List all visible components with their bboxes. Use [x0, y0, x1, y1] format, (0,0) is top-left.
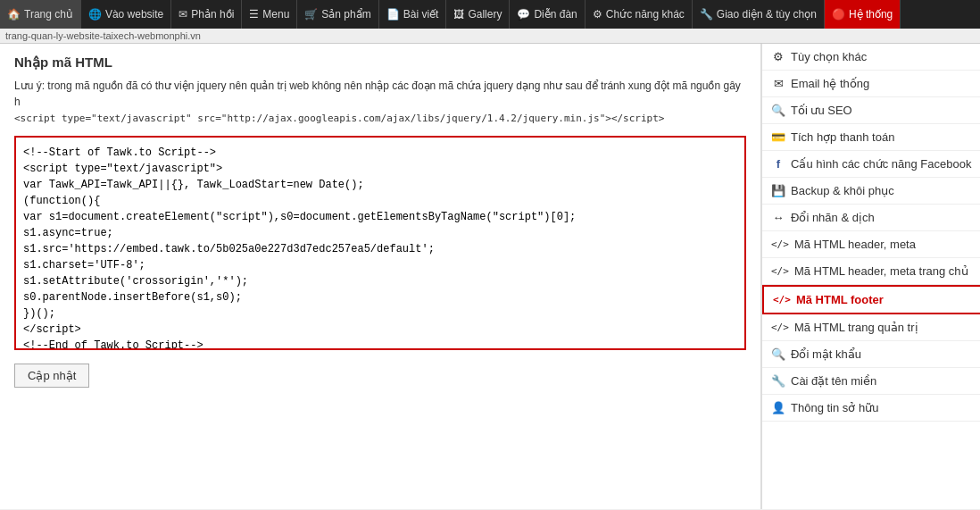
facebook-icon: f — [771, 157, 785, 171]
sidebar-item-company-info[interactable]: 👤 Thông tin sở hữu — [762, 395, 980, 422]
nav-gallery[interactable]: 🖼 Gallery — [446, 0, 510, 29]
home-icon: 🏠 — [7, 8, 21, 21]
sidebar-item-domain[interactable]: 🔧 Cài đặt tên miền — [762, 368, 980, 395]
sidebar: ⚙ Tùy chọn khác ✉ Email hệ thống 🔍 Tối ư… — [761, 44, 980, 509]
globe-icon: 🌐 — [88, 8, 102, 21]
sidebar-label-translate: Đổi nhãn & dịch — [791, 211, 875, 224]
html-admin-icon: </> — [771, 322, 789, 333]
email-icon: ✉ — [771, 77, 785, 90]
sidebar-item-translate[interactable]: ↔ Đổi nhãn & dịch — [762, 205, 980, 231]
html-code-editor[interactable]: <!--Start of Tawk.to Script--> <script t… — [14, 136, 746, 350]
translate-icon: ↔ — [771, 211, 785, 224]
nav-features-label: Chức năng khác — [606, 8, 685, 21]
article-icon: 📄 — [386, 8, 400, 21]
html-header-icon: </> — [771, 238, 789, 250]
nav-menu[interactable]: ☰ Menu — [242, 0, 297, 29]
content-area: Nhập mã HTML Lưu ý: trong mã nguồn đã có… — [0, 44, 761, 509]
sidebar-item-email-system[interactable]: ✉ Email hệ thống — [762, 71, 980, 97]
nav-products-label: Sản phẩm — [321, 8, 370, 21]
sidebar-label-html-footer: Mã HTML footer — [796, 293, 884, 306]
note-code: <script type="text/javascript" src="http… — [14, 113, 664, 124]
nav-home[interactable]: 🏠 Trang chủ — [0, 0, 81, 29]
system-icon: 🔴 — [832, 8, 845, 21]
design-icon: 🔧 — [700, 8, 713, 21]
nav-website-label: Vào website — [105, 8, 163, 21]
nav-forum[interactable]: 💬 Diễn đàn — [510, 0, 585, 29]
nav-articles[interactable]: 📄 Bài viết — [379, 0, 447, 29]
sidebar-item-html-header-home[interactable]: </> Mã HTML header, meta trang chủ — [762, 258, 980, 285]
forum-icon: 💬 — [517, 8, 530, 21]
nav-menu-label: Menu — [262, 8, 289, 21]
update-button[interactable]: Cập nhật — [14, 364, 89, 388]
html-footer-icon: </> — [773, 294, 791, 305]
sidebar-label-html-admin: Mã HTML trang quản trị — [794, 321, 918, 334]
menu-icon: ☰ — [249, 8, 259, 21]
nav-products[interactable]: 🛒 Sản phẩm — [297, 0, 378, 29]
sidebar-item-change-password[interactable]: 🔍 Đổi mật khẩu — [762, 341, 980, 368]
change-password-icon: 🔍 — [771, 347, 785, 361]
sidebar-label-facebook: Cấu hình các chức năng Facebook — [791, 157, 971, 171]
address-text: trang-quan-ly-website-taixech-webmonphi.… — [5, 30, 201, 41]
html-header-home-icon: </> — [771, 265, 789, 277]
nav-system-label: Hệ thống — [849, 8, 893, 21]
sidebar-label-email-system: Email hệ thống — [791, 77, 869, 90]
address-bar: trang-quan-ly-website-taixech-webmonphi.… — [0, 29, 980, 44]
sidebar-label-domain: Cài đặt tên miền — [791, 374, 876, 388]
nav-gallery-label: Gallery — [468, 8, 502, 21]
sidebar-label-change-password: Đổi mật khẩu — [791, 347, 861, 361]
seo-icon: 🔍 — [771, 104, 785, 117]
main-layout: Nhập mã HTML Lưu ý: trong mã nguồn đã có… — [0, 44, 980, 509]
sidebar-item-other-options[interactable]: ⚙ Tùy chọn khác — [762, 44, 980, 71]
other-options-icon: ⚙ — [771, 50, 785, 63]
sidebar-item-html-admin[interactable]: </> Mã HTML trang quản trị — [762, 314, 980, 341]
sidebar-item-html-header[interactable]: </> Mã HTML header, meta — [762, 231, 980, 258]
nav-system[interactable]: 🔴 Hệ thống — [825, 0, 901, 29]
nav-feedback[interactable]: ✉ Phản hồi — [171, 0, 242, 29]
sidebar-item-payment[interactable]: 💳 Tích hợp thanh toán — [762, 124, 980, 151]
sidebar-label-other-options: Tùy chọn khác — [791, 50, 867, 63]
features-icon: ⚙ — [593, 8, 602, 21]
sidebar-label-backup: Backup & khôi phục — [791, 184, 894, 197]
sidebar-item-seo[interactable]: 🔍 Tối ưu SEO — [762, 97, 980, 124]
mail-icon: ✉ — [179, 8, 187, 21]
cart-icon: 🛒 — [304, 8, 318, 21]
page-title: Nhập mã HTML — [14, 54, 746, 71]
sidebar-item-html-footer[interactable]: </> Mã HTML footer — [762, 285, 980, 314]
sidebar-label-html-header: Mã HTML header, meta — [794, 238, 916, 251]
sidebar-label-seo: Tối ưu SEO — [791, 104, 852, 117]
company-info-icon: 👤 — [771, 401, 785, 414]
gallery-icon: 🖼 — [453, 8, 464, 21]
nav-articles-label: Bài viết — [403, 8, 439, 21]
nav-features[interactable]: ⚙ Chức năng khác — [586, 0, 693, 29]
note-prefix: Lưu ý: trong mã nguồn đã có thư viện jqu… — [14, 79, 741, 108]
sidebar-label-company-info: Thông tin sở hữu — [791, 401, 878, 414]
domain-icon: 🔧 — [771, 374, 785, 388]
sidebar-label-html-header-home: Mã HTML header, meta trang chủ — [794, 264, 968, 278]
nav-website[interactable]: 🌐 Vào website — [81, 0, 171, 29]
payment-icon: 💳 — [771, 130, 785, 144]
nav-design-label: Giao diện & tùy chọn — [717, 8, 817, 21]
nav-forum-label: Diễn đàn — [534, 8, 577, 21]
note-text: Lưu ý: trong mã nguồn đã có thư viện jqu… — [14, 78, 746, 127]
top-nav: 🏠 Trang chủ 🌐 Vào website ✉ Phản hồi ☰ M… — [0, 0, 980, 29]
sidebar-label-payment: Tích hợp thanh toán — [791, 130, 894, 144]
nav-feedback-label: Phản hồi — [191, 8, 234, 21]
nav-design[interactable]: 🔧 Giao diện & tùy chọn — [693, 0, 825, 29]
sidebar-item-backup[interactable]: 💾 Backup & khôi phục — [762, 178, 980, 205]
sidebar-item-facebook[interactable]: f Cấu hình các chức năng Facebook — [762, 151, 980, 178]
nav-home-label: Trang chủ — [24, 8, 73, 21]
backup-icon: 💾 — [771, 184, 785, 197]
